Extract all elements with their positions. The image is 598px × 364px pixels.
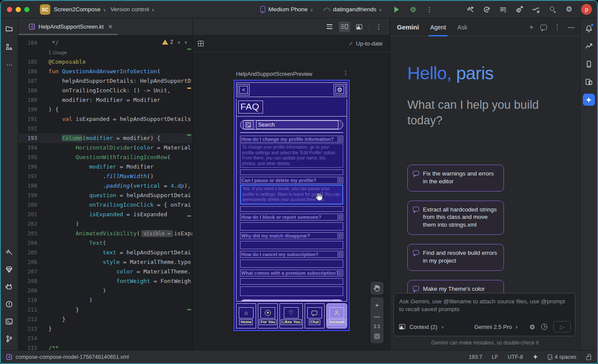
line-number[interactable]: 207 xyxy=(18,267,49,276)
faq-toggle-icon[interactable] xyxy=(338,137,342,141)
zoom-in-button[interactable]: + xyxy=(375,302,379,308)
line-number[interactable] xyxy=(18,48,49,57)
line-separator[interactable]: LF xyxy=(492,354,498,360)
file-encoding[interactable]: UTF-8 xyxy=(508,354,523,360)
code-line[interactable]: 214 xyxy=(18,334,192,343)
code-editor[interactable]: 184 */1 Usage185@Composable186fun Questi… xyxy=(18,36,192,350)
line-number[interactable]: 188 xyxy=(18,86,49,95)
line-number[interactable]: 203 xyxy=(18,229,49,238)
readonly-lock-icon[interactable] xyxy=(586,354,591,360)
faq-question-row[interactable]: How do I change my profile information? xyxy=(240,136,343,143)
code-line[interactable]: 204 Text( xyxy=(18,238,192,248)
code-line[interactable]: 210 ) xyxy=(18,296,192,305)
hide-panel-button[interactable]: — xyxy=(568,24,575,31)
code-line[interactable]: 213} xyxy=(18,324,192,334)
back-button[interactable]: < xyxy=(237,84,250,95)
user-avatar[interactable]: p xyxy=(581,4,592,15)
gemini-toolwindow-button[interactable] xyxy=(583,94,595,106)
faq-question-row[interactable]: How do I cancel my subscription? xyxy=(240,251,343,258)
logcat-tool-button[interactable] xyxy=(3,281,15,293)
line-number[interactable]: 204 xyxy=(18,238,49,248)
code-line[interactable]: 198 .padding(vertical = 4.dp), xyxy=(18,181,192,191)
minimize-window-button[interactable] xyxy=(16,7,21,12)
line-number[interactable]: 214 xyxy=(18,334,49,343)
code-line[interactable]: 186fun QuestionAndAnswerInfoSection( xyxy=(18,67,192,76)
tab-agent[interactable]: Agent xyxy=(430,18,446,36)
more-run-actions-button[interactable]: ⋮ xyxy=(423,3,436,16)
nav-item-account[interactable]: Account xyxy=(326,303,347,328)
line-number[interactable]: 215 xyxy=(18,343,49,350)
app-quality-insights-tool-button[interactable] xyxy=(3,263,15,276)
indent-setting[interactable]: 4 spaces xyxy=(548,354,576,360)
tab-helpandsupportscreen[interactable]: HelpAndSupportScreen.kt ✕ xyxy=(18,18,117,35)
contact-us-button[interactable]: Contact Us xyxy=(240,299,343,302)
next-warning-button[interactable]: ∨ xyxy=(185,40,187,45)
zoom-out-button[interactable]: — xyxy=(374,313,380,319)
nav-item-chat[interactable]: Chat xyxy=(305,303,325,328)
line-number[interactable]: 196 xyxy=(18,162,49,172)
faq-toggle-icon[interactable] xyxy=(338,252,342,257)
code-line[interactable]: 200 onTrailingIconClick = { onTrai xyxy=(18,200,192,210)
nav-item-home[interactable]: ⌂Home xyxy=(236,303,256,328)
grid-mode-icon[interactable] xyxy=(198,41,204,46)
close-tab-icon[interactable]: ✕ xyxy=(108,23,113,30)
pan-tool-button[interactable] xyxy=(370,282,384,295)
faq-toggle-icon[interactable] xyxy=(338,178,342,182)
line-number[interactable]: 210 xyxy=(18,296,49,305)
gemini-menu-button[interactable]: ⋮ xyxy=(554,24,561,31)
line-number[interactable]: 201 xyxy=(18,210,49,219)
code-line[interactable]: 195 QuestionWithTrailingIconRow( xyxy=(18,153,192,162)
build-variants-button[interactable]: 5 xyxy=(497,3,509,16)
caret-position[interactable]: 193:7 xyxy=(469,354,482,360)
suggestion-card[interactable]: Find and resolve build errors in my proj… xyxy=(407,244,504,271)
line-number[interactable]: 197 xyxy=(18,172,49,181)
device-manager-button[interactable] xyxy=(583,58,595,70)
code-line[interactable]: 197 .fillMaxWidth() xyxy=(18,172,192,181)
ai-status-button[interactable] xyxy=(533,354,538,360)
nav-item-for-you[interactable]: ★For You xyxy=(258,303,278,328)
build-tool-button[interactable] xyxy=(3,246,15,258)
tab-ask[interactable]: Ask xyxy=(457,18,467,36)
line-number[interactable]: 200 xyxy=(18,200,49,210)
code-line[interactable]: 191 val isExpanded = helpAndSupportDetai… xyxy=(18,114,192,124)
code-line[interactable]: 211 } xyxy=(18,305,192,315)
line-number[interactable]: 185 xyxy=(18,57,49,67)
running-devices-button[interactable] xyxy=(583,76,595,88)
code-line[interactable]: 196 modifier = Modifier xyxy=(18,162,192,172)
chat-bubble-icon[interactable] xyxy=(540,25,547,30)
run-config-selector[interactable]: datingandfriends ∨ xyxy=(324,6,386,13)
design-view-button[interactable] xyxy=(354,22,365,32)
terminal-tool-button[interactable] xyxy=(3,315,15,328)
line-number[interactable]: 184 xyxy=(18,38,49,48)
line-number[interactable]: 186 xyxy=(18,67,49,76)
project-tool-button[interactable] xyxy=(3,23,15,35)
code-line[interactable]: 206 style = MaterialTheme.typo xyxy=(18,257,192,267)
code-line[interactable]: 192 xyxy=(18,124,192,133)
line-number[interactable]: 213 xyxy=(18,324,49,334)
code-line[interactable]: 187 helpAndSupportDetails: HelpAndSuppor… xyxy=(18,76,192,86)
faq-question-row[interactable]: What comes with a premium subscription? xyxy=(240,270,343,276)
line-number[interactable]: 187 xyxy=(18,76,49,86)
run-button[interactable] xyxy=(390,3,403,16)
zoom-reset-button[interactable]: 1:1 xyxy=(374,324,380,329)
code-line[interactable]: 193 Column(modifier = modifier) { xyxy=(18,133,192,143)
code-line[interactable]: 212 } xyxy=(18,315,192,324)
line-number[interactable]: 195 xyxy=(18,153,49,162)
faq-answer[interactable]: To change your profile information, go t… xyxy=(240,143,343,168)
app-insights-button[interactable] xyxy=(583,40,595,52)
context-dropdown[interactable]: Context (2) ∨ xyxy=(410,324,448,330)
gemini-settings-icon[interactable]: ⚙ xyxy=(530,324,535,330)
code-line[interactable]: 205 text = helpAndSupportDetai xyxy=(18,248,192,257)
code-line[interactable]: 1 Usage xyxy=(18,48,192,57)
nav-item-likes-you[interactable]: ♡Likes You xyxy=(280,303,303,328)
horizontal-scrollbar[interactable] xyxy=(18,34,118,35)
notifications-button[interactable] xyxy=(583,23,595,35)
close-window-button[interactable] xyxy=(7,7,12,12)
device-selector[interactable]: Medium Phone ∨ xyxy=(260,6,317,13)
debug-button[interactable] xyxy=(407,3,419,16)
project-selector[interactable]: Screen2Compose ∨ xyxy=(54,6,110,13)
line-number[interactable]: 199 xyxy=(18,191,49,200)
preview-item-menu-button[interactable]: ⋮ xyxy=(343,69,349,76)
prev-warning-button[interactable]: ∧ xyxy=(178,40,180,45)
line-number[interactable]: 193 xyxy=(18,133,49,143)
